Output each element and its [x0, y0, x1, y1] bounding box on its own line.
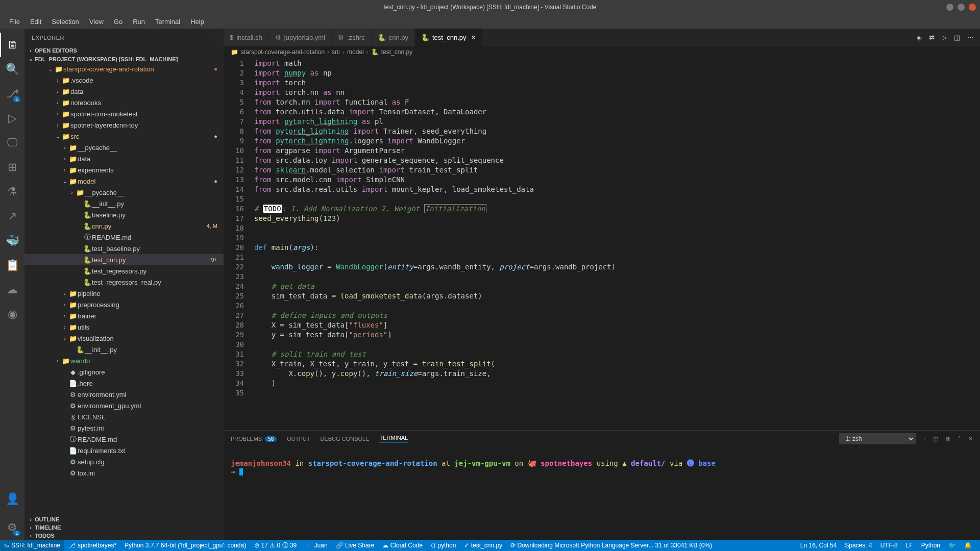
menu-help[interactable]: Help	[185, 18, 209, 26]
panel-up-icon[interactable]: ˄	[958, 436, 961, 442]
section-outline[interactable]: ›OUTLINE	[24, 515, 224, 523]
activity-extensions-icon[interactable]: ⊞	[0, 155, 24, 180]
tree-item[interactable]: ⓘREADME.md	[24, 232, 224, 243]
tree-item[interactable]: ›📁visualization	[24, 333, 224, 344]
section-timeline[interactable]: ›TIMELINE	[24, 523, 224, 532]
tab-terminal[interactable]: TERMINAL	[379, 435, 408, 443]
menu-file[interactable]: File	[4, 18, 25, 26]
tree-item[interactable]: 📄.here	[24, 378, 224, 389]
tree-item[interactable]: ›📁utils	[24, 321, 224, 333]
maximize-icon[interactable]	[958, 4, 965, 11]
status-tests[interactable]: ✓ test_cnn.py	[460, 542, 506, 549]
activity-explorer-icon[interactable]: 🗎	[0, 33, 24, 57]
tree-item[interactable]: 📄requirements.txt	[24, 445, 224, 456]
tree-item[interactable]: ›📁data	[24, 86, 224, 97]
status-branch[interactable]: ⎇ spotnetbayes*	[64, 542, 120, 549]
menu-terminal[interactable]: Terminal	[150, 18, 185, 26]
status-spaces[interactable]: Spaces: 4	[841, 542, 876, 549]
status-problems[interactable]: ⊘ 17 ⚠ 0 ⓘ 39	[250, 541, 301, 550]
run-file-icon[interactable]: ▷	[942, 34, 947, 41]
status-position[interactable]: Ln 16, Col 54	[796, 542, 841, 549]
tree-item[interactable]: ›📁data	[24, 153, 224, 164]
tree-item[interactable]: 🐍test_baseline.py	[24, 243, 224, 254]
status-liveshare[interactable]: 🔗 Live Share	[332, 542, 379, 549]
terminal-select[interactable]: 1: zsh	[839, 433, 916, 444]
tree-item[interactable]: ›📁preprocessing	[24, 299, 224, 310]
status-python[interactable]: Python 3.7.7 64-bit ('fdl_project_gpu': …	[120, 542, 250, 549]
status-cloud[interactable]: ☁ Cloud Code	[378, 542, 427, 549]
activity-scm-icon[interactable]: ⎇1	[0, 82, 24, 106]
status-lang[interactable]: ⟨⟩ python	[427, 542, 460, 549]
panel-close-icon[interactable]: ✕	[968, 436, 973, 442]
status-encoding[interactable]: UTF-8	[876, 542, 902, 549]
terminal-body[interactable]: jemanjohnson34 in starspot-coverage-and-…	[224, 447, 980, 540]
breadcrumb[interactable]: 📁 starspot-coverage-and-rotation› src› m…	[224, 46, 980, 58]
activity-search-icon[interactable]: 🔍	[0, 57, 24, 82]
tree-item[interactable]: ›📁wandb	[24, 355, 224, 366]
tab-problems[interactable]: PROBLEMS56	[231, 436, 277, 442]
code-editor[interactable]: import mathimport numpy as npimport torc…	[254, 58, 929, 430]
activity-debug-icon[interactable]: ▷	[0, 106, 24, 131]
tree-item[interactable]: ⚙environment.yml	[24, 389, 224, 400]
tree-item[interactable]: ⌄📁src●	[24, 131, 224, 142]
tree-item[interactable]: ›📁notebooks	[24, 97, 224, 108]
activity-cloud-icon[interactable]: ☁	[0, 278, 24, 302]
tree-item[interactable]: 🐍__init__.py	[24, 198, 224, 209]
tree-item[interactable]: ⓘREADME.md	[24, 434, 224, 445]
toggle-test-icon[interactable]: ◈	[917, 34, 922, 41]
sidebar-more-icon[interactable]: ⋯	[211, 34, 217, 41]
tree-item[interactable]: 🐍__init__.py	[24, 344, 224, 355]
more-actions-icon[interactable]: ⋯	[967, 34, 974, 41]
minimap[interactable]	[929, 58, 980, 430]
status-eol[interactable]: LF	[902, 542, 917, 549]
tree-item[interactable]: 🐍test_regressors_real.py	[24, 277, 224, 288]
activity-settings-icon[interactable]: ⚙1	[0, 515, 24, 540]
status-download[interactable]: ⟳ Downloading Microsoft Python Language …	[506, 542, 716, 549]
tree-item[interactable]: 🐍test_regressors.py	[24, 265, 224, 277]
tree-item[interactable]: ›📁spotnet-layeredcnn-toy	[24, 119, 224, 131]
menu-run[interactable]: Run	[128, 18, 150, 26]
editor-tab[interactable]: ⚙jupyterlab.yml	[269, 29, 332, 46]
tree-item[interactable]: ⚙setup.cfg	[24, 456, 224, 467]
tree-item[interactable]: ›📁experiments	[24, 164, 224, 176]
editor-tab[interactable]: ⚙.zshrc	[332, 29, 372, 46]
activity-account-icon[interactable]: 👤	[0, 487, 24, 511]
split-editor-icon[interactable]: ◫	[954, 34, 960, 41]
status-bell-icon[interactable]: 🔔	[960, 542, 976, 549]
tree-item[interactable]: ›📁__pycache__	[24, 187, 224, 198]
new-terminal-icon[interactable]: +	[923, 436, 926, 442]
editor-tab[interactable]: 🐍cnn.py	[372, 29, 415, 46]
menu-selection[interactable]: Selection	[46, 18, 84, 26]
section-workspace[interactable]: ⌄FDL_PROJECT (WORKSPACE) [SSH: FDL_MACHI…	[24, 55, 224, 63]
tree-item[interactable]: ⚙pytest.ini	[24, 422, 224, 434]
tab-output[interactable]: OUTPUT	[287, 436, 310, 442]
tree-item[interactable]: ›📁trainer	[24, 310, 224, 321]
activity-projects-icon[interactable]: 📋	[0, 253, 24, 278]
minimize-icon[interactable]	[946, 4, 953, 11]
tree-item[interactable]: 🐍test_cnn.py9+	[24, 254, 224, 265]
menu-go[interactable]: Go	[109, 18, 128, 26]
kill-terminal-icon[interactable]: 🗑	[945, 436, 951, 442]
tree-item[interactable]: ›📁.vscode	[24, 74, 224, 86]
activity-testing-icon[interactable]: ⚗	[0, 180, 24, 204]
tree-item[interactable]: ⚙environment_gpu.yml	[24, 400, 224, 411]
status-filetype[interactable]: Python	[917, 542, 944, 549]
menu-edit[interactable]: Edit	[25, 18, 46, 26]
activity-remote-icon[interactable]: 🖵	[0, 131, 24, 155]
tree-item[interactable]: 🐍cnn.py4, M	[24, 220, 224, 232]
status-tweet-icon[interactable]: 🐦	[944, 542, 960, 549]
activity-gitlens-icon[interactable]: ◉	[0, 302, 24, 327]
editor-tab[interactable]: 🐍test_cnn.py×	[415, 29, 482, 46]
editor-tab[interactable]: $install.sh	[224, 29, 269, 46]
tab-debug-console[interactable]: DEBUG CONSOLE	[321, 436, 370, 442]
split-terminal-icon[interactable]: ◫	[933, 436, 938, 442]
tree-item[interactable]: ⌄📁model●	[24, 176, 224, 187]
status-remote[interactable]: ⇋ SSH: fdl_machine	[0, 540, 64, 551]
tree-item[interactable]: ›📁pipeline	[24, 288, 224, 299]
menu-view[interactable]: View	[84, 18, 109, 26]
close-window-icon[interactable]	[969, 4, 976, 11]
tree-item[interactable]: ›📁__pycache__	[24, 142, 224, 153]
tree-item[interactable]: ›📁spotnet-cnn-smoketest	[24, 108, 224, 119]
tree-item[interactable]: 🐍baseline.py	[24, 209, 224, 220]
tree-item[interactable]: ⚙tox.ini	[24, 467, 224, 479]
